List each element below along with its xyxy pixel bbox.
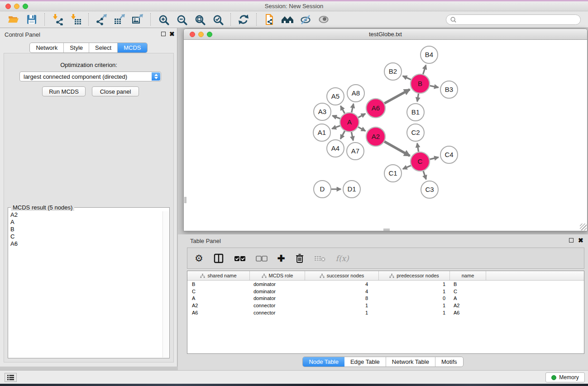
- edge-A-A5[interactable]: [340, 106, 344, 114]
- show-hidden-button[interactable]: [317, 13, 330, 26]
- delete-columns-button[interactable]: [295, 252, 304, 265]
- graph-node-B1[interactable]: B1: [407, 104, 424, 121]
- result-scrollbar[interactable]: [163, 211, 169, 357]
- edge-B-B4[interactable]: [423, 65, 426, 74]
- import-network-button[interactable]: [51, 13, 64, 26]
- clone-network-button[interactable]: [263, 13, 276, 26]
- criterion-dropdown[interactable]: largest connected component (directed): [19, 71, 161, 81]
- tab-mcds[interactable]: MCDS: [118, 43, 147, 52]
- mcds-result-list[interactable]: A2ABCA6: [9, 211, 162, 357]
- table-row[interactable]: Adominator80A: [187, 295, 584, 302]
- close-network-button[interactable]: [190, 32, 195, 37]
- table-options-button[interactable]: ⚙: [195, 252, 203, 265]
- network-window-titlebar[interactable]: testGlobe.txt: [184, 29, 587, 40]
- graph-node-A4[interactable]: A4: [327, 140, 344, 157]
- column-header-predecessor-nodes[interactable]: predecessor nodes: [379, 271, 450, 280]
- minimize-window-button[interactable]: [14, 4, 19, 9]
- table-row[interactable]: A2connector11A2: [187, 302, 584, 309]
- close-panel-button[interactable]: Close panel: [92, 86, 139, 96]
- graph-node-B2[interactable]: B2: [384, 63, 402, 80]
- zoom-fit-button[interactable]: [193, 13, 206, 26]
- close-panel-icon[interactable]: ✖: [169, 30, 175, 38]
- float-panel-icon[interactable]: [161, 32, 166, 36]
- graph-node-C[interactable]: C: [411, 152, 430, 171]
- resize-grip[interactable]: [580, 224, 587, 230]
- tab-network-table[interactable]: Network Table: [386, 357, 435, 367]
- export-table-button[interactable]: [113, 13, 126, 26]
- graph-node-A3[interactable]: A3: [314, 103, 331, 120]
- search-box[interactable]: [446, 14, 581, 25]
- export-image-button[interactable]: [131, 13, 144, 26]
- edge-C-C4[interactable]: [430, 157, 438, 159]
- column-header-name[interactable]: name: [450, 271, 486, 280]
- graph-node-B4[interactable]: B4: [421, 46, 438, 63]
- graph-node-A7[interactable]: A7: [347, 143, 364, 160]
- edge-B-B3[interactable]: [430, 86, 439, 87]
- edge-C-C1[interactable]: [403, 166, 411, 169]
- edge-A-A3[interactable]: [332, 116, 340, 119]
- graph-node-A1[interactable]: A1: [313, 124, 330, 141]
- edge-B-B2[interactable]: [403, 76, 411, 80]
- close-window-button[interactable]: [5, 4, 11, 9]
- column-header-successor-nodes[interactable]: successor nodes: [305, 271, 379, 280]
- tab-node-table[interactable]: Node Table: [303, 357, 344, 367]
- edge-A2-C[interactable]: [384, 142, 410, 156]
- table-row[interactable]: A6connector11A6: [187, 309, 584, 316]
- graph-node-D[interactable]: D: [314, 181, 331, 198]
- tab-style[interactable]: Style: [64, 43, 89, 52]
- edge-A6-B[interactable]: [384, 90, 410, 104]
- maximize-network-button[interactable]: [207, 32, 212, 37]
- table-row[interactable]: Bdominator41B: [187, 281, 584, 288]
- zoom-out-button[interactable]: [175, 13, 188, 26]
- table-row[interactable]: Cdominator41C: [187, 288, 584, 295]
- apply-function-button[interactable]: f(x): [336, 252, 349, 265]
- refresh-button[interactable]: [237, 13, 250, 26]
- graph-node-D1[interactable]: D1: [343, 181, 360, 198]
- horizontal-scroll-nub[interactable]: [383, 229, 390, 231]
- edge-A-A1[interactable]: [332, 126, 340, 129]
- open-file-button[interactable]: [7, 13, 20, 26]
- graph-node-B[interactable]: B: [411, 74, 430, 93]
- graph-node-C4[interactable]: C4: [440, 146, 458, 163]
- graph-node-C2[interactable]: C2: [407, 124, 424, 141]
- graph-node-C3[interactable]: C3: [421, 181, 438, 198]
- save-session-button[interactable]: [25, 13, 38, 26]
- edge-A-A8[interactable]: [352, 104, 354, 112]
- tab-edge-table[interactable]: Edge Table: [344, 357, 386, 367]
- zoom-in-button[interactable]: [157, 13, 170, 26]
- graph-node-A8[interactable]: A8: [347, 85, 364, 102]
- edge-A-A6[interactable]: [358, 114, 365, 117]
- maximize-window-button[interactable]: [23, 4, 28, 9]
- graph-node-C1[interactable]: C1: [384, 165, 402, 182]
- graph-node-A6[interactable]: A6: [366, 99, 385, 118]
- graph-node-B3[interactable]: B3: [440, 81, 458, 98]
- run-mcds-button[interactable]: Run MCDS: [42, 86, 86, 96]
- tab-motifs[interactable]: Motifs: [435, 357, 463, 367]
- column-header-MCDS-role[interactable]: MCDS role: [250, 271, 305, 280]
- home-view-button[interactable]: [281, 13, 294, 26]
- graph-node-A2[interactable]: A2: [366, 127, 385, 146]
- zoom-selected-button[interactable]: [211, 13, 225, 26]
- memory-button[interactable]: Memory: [545, 372, 585, 382]
- delete-table-button[interactable]: [314, 252, 326, 265]
- network-canvas[interactable]: A5A8A6A3AA1A2A4A7B4B2BB3B1C2C4CC1C3DD1: [184, 40, 587, 231]
- export-network-button[interactable]: [95, 13, 108, 26]
- import-table-button[interactable]: [69, 13, 82, 26]
- deselect-all-button[interactable]: [256, 252, 268, 265]
- vertical-scroll-nub[interactable]: [184, 197, 186, 203]
- tab-select[interactable]: Select: [89, 43, 118, 52]
- edge-A-A7[interactable]: [351, 132, 353, 141]
- hide-selected-button[interactable]: [299, 13, 312, 26]
- edge-C-C2[interactable]: [417, 143, 419, 152]
- float-table-panel-icon[interactable]: [569, 238, 574, 243]
- edge-A-A2[interactable]: [358, 127, 365, 131]
- search-input[interactable]: [457, 16, 577, 23]
- select-all-button[interactable]: [234, 252, 246, 265]
- edge-B-B1[interactable]: [417, 94, 419, 102]
- column-header-shared-name[interactable]: shared name: [187, 271, 250, 280]
- tab-network[interactable]: Network: [30, 43, 64, 52]
- close-table-panel-icon[interactable]: ✖: [578, 237, 583, 244]
- column-visibility-button[interactable]: [213, 252, 224, 265]
- minimize-network-button[interactable]: [198, 32, 204, 37]
- task-history-button[interactable]: [5, 373, 17, 382]
